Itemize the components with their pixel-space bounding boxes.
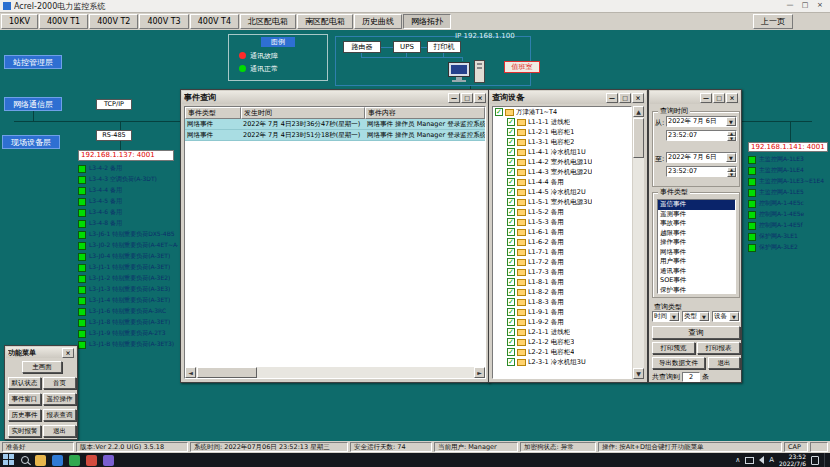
dialog-close-button[interactable]: ×	[474, 93, 486, 103]
order-option-select[interactable]: 时间 ▼	[652, 311, 680, 322]
checkbox-icon[interactable]: ✓	[507, 338, 515, 346]
column-header[interactable]: 事件内容	[365, 107, 485, 119]
tree-item[interactable]: ✓ L1-4-4 备用	[493, 177, 631, 187]
nav-tab[interactable]: 网络拓扑	[403, 14, 451, 29]
vertical-scrollbar[interactable]: ▲ ▼	[633, 106, 644, 379]
chevron-down-icon[interactable]: ▼	[669, 312, 679, 321]
event-type-item[interactable]: 越限事件	[658, 229, 735, 239]
query-button[interactable]: 查询	[652, 326, 740, 339]
taskbar-app-icon[interactable]	[86, 455, 97, 466]
device-row[interactable]: L3-4-2 备用	[78, 163, 178, 174]
chevron-down-icon[interactable]: ▼	[726, 117, 736, 126]
dialog-titlebar[interactable]: 事件查询 — □ ×	[182, 91, 488, 104]
device-row[interactable]: L3-J1-2 特别重要负荷(A-3E2)	[78, 273, 178, 284]
device-row[interactable]: 控制网A-1-4E5c	[748, 198, 830, 209]
dialog-maximize-button[interactable]: □	[461, 93, 473, 103]
tree-item[interactable]: ✓ L1-8-3 备用	[493, 297, 631, 307]
tree-item[interactable]: ✓ L2-2-1 电容柜4	[493, 347, 631, 357]
layer-label[interactable]: 站控管理层	[4, 55, 62, 69]
device-row[interactable]: L3-4-8 备用	[78, 218, 178, 229]
menu-button[interactable]: 历史事件	[8, 409, 41, 421]
menu-button[interactable]: 事件窗口	[8, 393, 41, 405]
panel-maximize-button[interactable]: □	[713, 93, 725, 103]
workstation-icon[interactable]	[448, 60, 488, 86]
tree-item[interactable]: ✓ L1-2-1 电容柜1	[493, 127, 631, 137]
volume-icon[interactable]	[759, 456, 764, 464]
column-header[interactable]: 事件类型	[185, 107, 241, 119]
network-device-box[interactable]: 打印机	[427, 41, 461, 53]
device-row[interactable]: L3-4-5 备用	[78, 196, 178, 207]
checkbox-icon[interactable]: ✓	[507, 148, 515, 156]
checkbox-icon[interactable]: ✓	[507, 178, 515, 186]
main-screen-button[interactable]: 主画面	[22, 361, 62, 373]
device-row[interactable]: L3-J0-2 特别重要负荷(A-4ET~A-3ET)	[78, 240, 178, 251]
tree-item[interactable]: ✓ L1-8-1 备用	[493, 277, 631, 287]
menu-button[interactable]: 默认状态	[8, 377, 41, 389]
start-button[interactable]	[3, 454, 15, 466]
device-row[interactable]: 主监控网A-1LE4	[748, 165, 830, 176]
checkbox-icon[interactable]: ✓	[507, 248, 515, 256]
network-device-box[interactable]: UPS	[393, 41, 421, 53]
panel-titlebar[interactable]: 查询设备 — □ ×	[490, 91, 646, 104]
tree-item[interactable]: ✓ L1-4-2 室外机电源1U	[493, 157, 631, 167]
print-preview-button[interactable]: 打印预览	[652, 342, 695, 354]
horizontal-scrollbar[interactable]: ◄ ►	[185, 367, 485, 378]
menu-titlebar[interactable]: 功能菜单 ×	[6, 347, 76, 358]
order-option-select[interactable]: 设备 ▼	[712, 311, 740, 322]
event-type-item[interactable]: 用户事件	[658, 257, 735, 267]
device-row[interactable]: 控制网A-1-4E5f	[748, 220, 830, 231]
checkbox-icon[interactable]: ✓	[507, 318, 515, 326]
spin-down-button[interactable]: ▼	[727, 136, 736, 141]
event-type-item[interactable]: SOE事件	[658, 276, 735, 286]
checkbox-icon[interactable]: ✓	[495, 108, 503, 116]
display-icon[interactable]	[745, 457, 754, 464]
checkbox-icon[interactable]: ✓	[507, 298, 515, 306]
network-device-box[interactable]: 路由器	[343, 41, 381, 53]
checkbox-icon[interactable]: ✓	[507, 238, 515, 246]
checkbox-icon[interactable]: ✓	[507, 228, 515, 236]
previous-page-button[interactable]: 上一页	[753, 14, 793, 29]
scroll-right-button[interactable]: ►	[474, 367, 485, 378]
nav-tab[interactable]: 400V T4	[190, 14, 239, 29]
show-desktop-strip[interactable]	[824, 453, 827, 467]
nav-tab[interactable]: 历史曲线	[354, 14, 402, 29]
nav-tab[interactable]: 北区配电箱	[240, 14, 296, 29]
checkbox-icon[interactable]: ✓	[507, 138, 515, 146]
event-type-item[interactable]: 事故事件	[658, 219, 735, 229]
menu-button[interactable]: 实时报警	[8, 425, 41, 437]
tree-item[interactable]: ✓ L1-1-1 进线柜	[493, 117, 631, 127]
notification-icon[interactable]	[811, 456, 819, 465]
checkbox-icon[interactable]: ✓	[507, 348, 515, 356]
device-row[interactable]: L3-J1-3 特别重要负荷(A-3E3)	[78, 284, 178, 295]
checkbox-icon[interactable]: ✓	[507, 168, 515, 176]
checkbox-icon[interactable]: ✓	[507, 128, 515, 136]
tree-item[interactable]: ✓ L1-6-1 备用	[493, 227, 631, 237]
scrollbar-thumb[interactable]	[633, 118, 644, 158]
menu-button[interactable]: 报表查询	[43, 409, 76, 421]
nav-tab[interactable]: 400V T1	[39, 14, 88, 29]
panel-close-button[interactable]: ×	[726, 93, 738, 103]
event-type-item[interactable]: 操作事件	[658, 238, 735, 248]
spin-down-button[interactable]: ▼	[727, 172, 736, 177]
event-type-item[interactable]: 网络事件	[658, 248, 735, 258]
nav-tab[interactable]: 南区配电箱	[297, 14, 353, 29]
export-button[interactable]: 导出数据文件	[652, 357, 705, 369]
column-header[interactable]: 发生时间	[241, 107, 365, 119]
time-spinner[interactable]: ▲ ▼	[727, 131, 736, 140]
device-row[interactable]: L3-J1-4 特别重要负荷(A-3ET)	[78, 295, 178, 306]
tree-item[interactable]: ✓ L1-6-2 备用	[493, 237, 631, 247]
device-row[interactable]: L3-4-6 备用	[78, 207, 178, 218]
device-row[interactable]: L3-J1-1 特别重要负荷(A-3ET)	[78, 262, 178, 273]
tree-item[interactable]: ✓ L1-8-2 备用	[493, 287, 631, 297]
scroll-up-button[interactable]: ▲	[633, 106, 644, 117]
scroll-left-button[interactable]: ◄	[185, 367, 196, 378]
menu-button[interactable]: 退出	[43, 425, 76, 437]
panel-minimize-button[interactable]: —	[700, 93, 712, 103]
checkbox-icon[interactable]: ✓	[507, 118, 515, 126]
chevron-down-icon[interactable]: ▼	[726, 153, 736, 162]
tree-item[interactable]: ✓ L1-5-3 备用	[493, 217, 631, 227]
taskbar-app-icon[interactable]	[35, 455, 46, 466]
taskbar-app-icon[interactable]	[52, 455, 63, 466]
menu-close-button[interactable]: ×	[62, 348, 74, 358]
checkbox-icon[interactable]: ✓	[507, 258, 515, 266]
